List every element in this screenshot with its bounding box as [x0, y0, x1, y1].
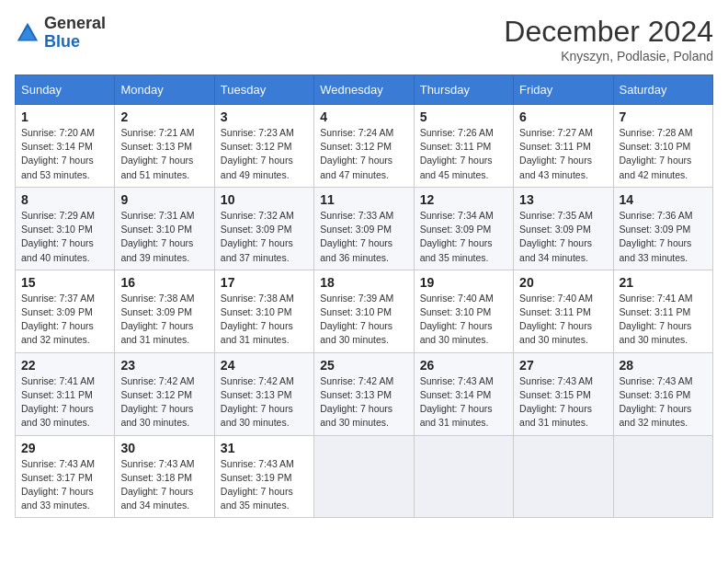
day-number: 26 [420, 358, 507, 373]
day-number: 14 [620, 192, 707, 207]
day-info: Sunrise: 7:43 AM Sunset: 3:14 PM Dayligh… [420, 374, 507, 431]
day-info: Sunrise: 7:27 AM Sunset: 3:11 PM Dayligh… [519, 126, 607, 182]
day-info: Sunrise: 7:24 AM Sunset: 3:12 PM Dayligh… [320, 126, 407, 182]
day-number: 10 [221, 192, 308, 207]
table-row [414, 435, 513, 518]
day-number: 31 [221, 441, 308, 455]
table-row: 1 Sunrise: 7:20 AM Sunset: 3:14 PM Dayli… [16, 105, 115, 188]
table-row [613, 435, 712, 518]
table-row: 18 Sunrise: 7:39 AM Sunset: 3:10 PM Dayl… [314, 270, 414, 352]
calendar-body: 1 Sunrise: 7:20 AM Sunset: 3:14 PM Dayli… [16, 105, 713, 518]
day-info: Sunrise: 7:43 AM Sunset: 3:18 PM Dayligh… [120, 457, 208, 513]
day-info: Sunrise: 7:26 AM Sunset: 3:11 PM Dayligh… [420, 126, 507, 182]
day-info: Sunrise: 7:33 AM Sunset: 3:09 PM Dayligh… [320, 209, 407, 265]
table-row: 23 Sunrise: 7:42 AM Sunset: 3:12 PM Dayl… [115, 352, 214, 435]
table-row: 8 Sunrise: 7:29 AM Sunset: 3:10 PM Dayli… [16, 187, 115, 270]
col-friday: Friday [514, 75, 613, 105]
day-info: Sunrise: 7:29 AM Sunset: 3:10 PM Dayligh… [21, 209, 108, 265]
logo-icon [15, 20, 40, 46]
table-row: 15 Sunrise: 7:37 AM Sunset: 3:09 PM Dayl… [16, 270, 115, 352]
location: Knyszyn, Podlasie, Poland [504, 49, 713, 63]
table-row: 27 Sunrise: 7:43 AM Sunset: 3:15 PM Dayl… [514, 352, 613, 435]
day-number: 7 [620, 109, 707, 124]
day-info: Sunrise: 7:43 AM Sunset: 3:19 PM Dayligh… [221, 457, 308, 513]
day-number: 28 [620, 358, 707, 373]
day-info: Sunrise: 7:38 AM Sunset: 3:09 PM Dayligh… [120, 292, 208, 348]
table-row: 25 Sunrise: 7:42 AM Sunset: 3:13 PM Dayl… [314, 352, 414, 435]
day-info: Sunrise: 7:42 AM Sunset: 3:13 PM Dayligh… [221, 374, 308, 431]
col-saturday: Saturday [613, 75, 712, 105]
table-row: 30 Sunrise: 7:43 AM Sunset: 3:18 PM Dayl… [115, 435, 214, 518]
day-info: Sunrise: 7:41 AM Sunset: 3:11 PM Dayligh… [21, 374, 108, 431]
col-wednesday: Wednesday [314, 75, 414, 105]
table-row: 20 Sunrise: 7:40 AM Sunset: 3:11 PM Dayl… [514, 270, 613, 352]
day-info: Sunrise: 7:28 AM Sunset: 3:10 PM Dayligh… [620, 126, 707, 182]
day-number: 18 [320, 275, 407, 290]
day-info: Sunrise: 7:35 AM Sunset: 3:09 PM Dayligh… [519, 209, 607, 265]
day-number: 25 [320, 358, 407, 373]
day-info: Sunrise: 7:32 AM Sunset: 3:09 PM Dayligh… [221, 209, 308, 265]
col-monday: Monday [115, 75, 214, 105]
day-number: 5 [420, 109, 507, 124]
calendar-week-row: 22 Sunrise: 7:41 AM Sunset: 3:11 PM Dayl… [16, 352, 713, 435]
day-number: 22 [21, 358, 108, 373]
day-number: 12 [420, 192, 507, 207]
table-row: 12 Sunrise: 7:34 AM Sunset: 3:09 PM Dayl… [414, 187, 513, 270]
table-row: 4 Sunrise: 7:24 AM Sunset: 3:12 PM Dayli… [314, 105, 414, 188]
day-number: 19 [420, 275, 507, 290]
table-row: 11 Sunrise: 7:33 AM Sunset: 3:09 PM Dayl… [314, 187, 414, 270]
logo-general: General [44, 14, 106, 32]
title-block: December 2024 Knyszyn, Podlasie, Poland [504, 15, 713, 63]
col-sunday: Sunday [16, 75, 115, 105]
page-header: General Blue December 2024 Knyszyn, Podl… [15, 15, 713, 63]
day-number: 30 [120, 441, 208, 455]
day-number: 21 [620, 275, 707, 290]
day-number: 4 [320, 109, 407, 124]
table-row: 31 Sunrise: 7:43 AM Sunset: 3:19 PM Dayl… [214, 435, 313, 518]
table-row: 14 Sunrise: 7:36 AM Sunset: 3:09 PM Dayl… [613, 187, 712, 270]
day-info: Sunrise: 7:40 AM Sunset: 3:11 PM Dayligh… [519, 292, 607, 348]
days-of-week-row: Sunday Monday Tuesday Wednesday Thursday… [16, 75, 713, 105]
table-row: 16 Sunrise: 7:38 AM Sunset: 3:09 PM Dayl… [115, 270, 214, 352]
table-row: 17 Sunrise: 7:38 AM Sunset: 3:10 PM Dayl… [214, 270, 313, 352]
calendar-week-row: 8 Sunrise: 7:29 AM Sunset: 3:10 PM Dayli… [16, 187, 713, 270]
day-number: 16 [120, 275, 208, 290]
col-tuesday: Tuesday [214, 75, 313, 105]
day-info: Sunrise: 7:41 AM Sunset: 3:11 PM Dayligh… [620, 292, 707, 348]
day-info: Sunrise: 7:37 AM Sunset: 3:09 PM Dayligh… [21, 292, 108, 348]
calendar-header: Sunday Monday Tuesday Wednesday Thursday… [16, 75, 713, 105]
day-info: Sunrise: 7:34 AM Sunset: 3:09 PM Dayligh… [420, 209, 507, 265]
day-number: 11 [320, 192, 407, 207]
table-row: 10 Sunrise: 7:32 AM Sunset: 3:09 PM Dayl… [214, 187, 313, 270]
table-row [514, 435, 613, 518]
day-number: 23 [120, 358, 208, 373]
table-row: 28 Sunrise: 7:43 AM Sunset: 3:16 PM Dayl… [613, 352, 712, 435]
calendar-week-row: 15 Sunrise: 7:37 AM Sunset: 3:09 PM Dayl… [16, 270, 713, 352]
day-number: 6 [519, 109, 607, 124]
table-row: 9 Sunrise: 7:31 AM Sunset: 3:10 PM Dayli… [115, 187, 214, 270]
table-row: 19 Sunrise: 7:40 AM Sunset: 3:10 PM Dayl… [414, 270, 513, 352]
day-number: 15 [21, 275, 108, 290]
col-thursday: Thursday [414, 75, 513, 105]
table-row: 3 Sunrise: 7:23 AM Sunset: 3:12 PM Dayli… [214, 105, 313, 188]
calendar-week-row: 1 Sunrise: 7:20 AM Sunset: 3:14 PM Dayli… [16, 105, 713, 188]
logo: General Blue [15, 15, 106, 52]
day-number: 13 [519, 192, 607, 207]
day-number: 29 [21, 441, 108, 455]
month-title: December 2024 [504, 15, 713, 49]
day-number: 9 [120, 192, 208, 207]
calendar-table: Sunday Monday Tuesday Wednesday Thursday… [15, 75, 713, 518]
table-row: 26 Sunrise: 7:43 AM Sunset: 3:14 PM Dayl… [414, 352, 513, 435]
day-number: 24 [221, 358, 308, 373]
day-info: Sunrise: 7:38 AM Sunset: 3:10 PM Dayligh… [221, 292, 308, 348]
day-number: 1 [21, 109, 108, 124]
table-row: 29 Sunrise: 7:43 AM Sunset: 3:17 PM Dayl… [16, 435, 115, 518]
day-info: Sunrise: 7:20 AM Sunset: 3:14 PM Dayligh… [21, 126, 108, 182]
day-number: 8 [21, 192, 108, 207]
day-info: Sunrise: 7:21 AM Sunset: 3:13 PM Dayligh… [120, 126, 208, 182]
day-info: Sunrise: 7:43 AM Sunset: 3:17 PM Dayligh… [21, 457, 108, 513]
table-row: 6 Sunrise: 7:27 AM Sunset: 3:11 PM Dayli… [514, 105, 613, 188]
day-number: 17 [221, 275, 308, 290]
calendar-week-row: 29 Sunrise: 7:43 AM Sunset: 3:17 PM Dayl… [16, 435, 713, 518]
table-row: 2 Sunrise: 7:21 AM Sunset: 3:13 PM Dayli… [115, 105, 214, 188]
